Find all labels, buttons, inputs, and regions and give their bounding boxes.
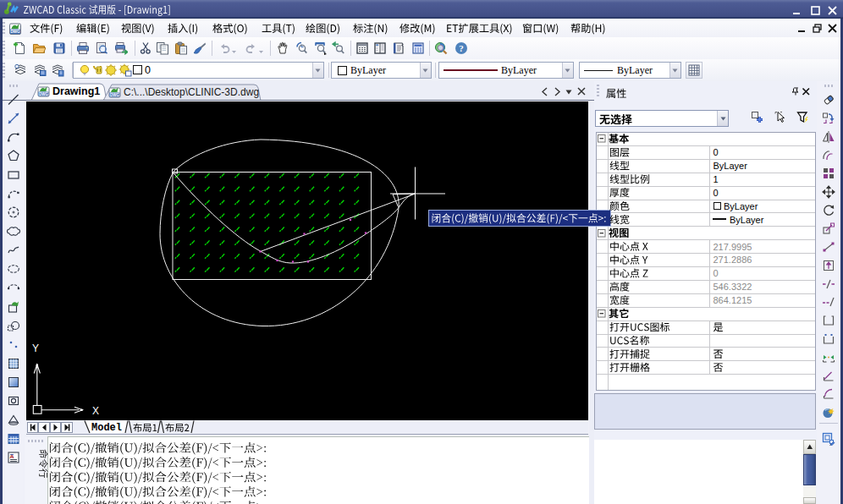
svg-text:DWG: DWG (39, 92, 48, 96)
svg-text:DWG: DWG (10, 30, 20, 34)
svg-text:DWG: DWG (110, 93, 119, 97)
svg-text:X: X (92, 404, 99, 416)
svg-text:?: ? (459, 43, 464, 53)
svg-text:Y: Y (32, 342, 39, 353)
svg-text:A: A (9, 453, 14, 459)
